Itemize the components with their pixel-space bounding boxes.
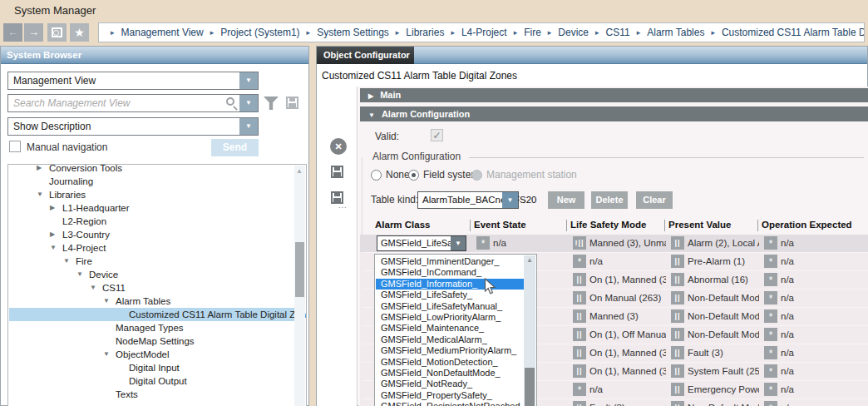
manual-navigation-checkbox[interactable] (9, 141, 21, 152)
collapse-arrow-icon[interactable]: ▼ (90, 281, 96, 295)
cell-present-value[interactable]: Pre-Alarm (1) (688, 253, 759, 270)
expand-arrow-icon[interactable]: ▶ (37, 164, 42, 175)
breadcrumb-item[interactable]: Libraries (406, 27, 444, 38)
tree-item-journaling[interactable]: Journaling (9, 175, 295, 188)
cell-life-safety-mode[interactable]: Fault (3) (589, 399, 666, 406)
dropdown-scrollbar[interactable]: ▲ (524, 255, 535, 406)
dropdown-option[interactable]: GMSField_LifeSafetyManual_ (376, 301, 524, 312)
chevron-down-icon[interactable]: ▼ (239, 118, 258, 135)
alarm-class-combo[interactable]: GMSField_LifeSafe▼ (377, 235, 466, 251)
cell-life-safety-mode[interactable]: Manned (3) (589, 308, 666, 325)
chevron-down-icon[interactable]: ▼ (451, 236, 466, 250)
cell-operation-expected[interactable]: n/a (781, 253, 868, 270)
collapse-arrow-icon[interactable]: ▼ (76, 268, 83, 281)
tree-item-objectmodel[interactable]: ▼ObjectModel (9, 348, 295, 361)
expand-arrow-icon[interactable]: ▶ (50, 228, 55, 241)
collapse-arrow-icon[interactable]: ▼ (103, 348, 110, 361)
cell-life-safety-mode[interactable]: Manned (3), Unma (589, 235, 666, 252)
breadcrumb-item[interactable]: Project (System1) (220, 27, 299, 38)
cell-operation-expected[interactable]: n/a (781, 308, 868, 325)
breadcrumb-item[interactable]: CS11 (606, 27, 630, 38)
cell-operation-expected[interactable]: n/a (781, 399, 868, 406)
cell-event-state[interactable]: n/a (493, 235, 568, 252)
cell-operation-expected[interactable]: n/a (781, 235, 868, 252)
tree-item-l3-country[interactable]: ▶L3-Country (9, 228, 295, 241)
tree-item-fire[interactable]: ▼Fire (9, 255, 295, 268)
column-header-event-state[interactable]: Event State (474, 220, 526, 230)
cell-present-value[interactable]: Non-Default Mode (688, 308, 759, 325)
breadcrumb-item[interactable]: L4-Project (461, 27, 507, 38)
column-header-operation-expected[interactable]: Operation Expected (762, 220, 852, 230)
collapse-arrow-icon[interactable]: ▼ (50, 241, 57, 255)
tree-item-l4-project[interactable]: ▼L4-Project (9, 241, 295, 255)
collapse-arrow-icon[interactable]: ▼ (103, 295, 110, 308)
table-kind-dropdown[interactable]: AlarmTable_BACnet_FS20 ▼ (417, 191, 519, 209)
breadcrumb-item[interactable]: Customized CS11 Alarm Table Digital Zone… (722, 27, 865, 38)
cell-operation-expected[interactable]: n/a (781, 271, 868, 289)
clear-button[interactable]: Clear (636, 191, 673, 209)
dropdown-option[interactable]: GMSField_Maintenance_ (376, 323, 524, 334)
delete-button[interactable]: Delete (591, 191, 628, 209)
breadcrumb-item[interactable]: Management View (121, 27, 204, 38)
history-button[interactable] (47, 23, 67, 42)
cell-present-value[interactable]: Fault (3) (688, 344, 759, 362)
radio-none[interactable] (371, 170, 382, 181)
cell-life-safety-mode[interactable]: n/a (589, 381, 666, 399)
cell-life-safety-mode[interactable]: On (1), Manned (3) (589, 271, 666, 289)
scroll-up-icon[interactable]: ▲ (296, 167, 303, 175)
dropdown-option[interactable]: GMSField_NonDefaultMode_ (376, 368, 524, 379)
dropdown-option[interactable]: GMSField_PropertySafety_ (376, 390, 524, 401)
scroll-up-icon[interactable]: ▲ (526, 256, 533, 264)
breadcrumb-item[interactable]: Alarm Tables (647, 27, 704, 38)
collapse-arrow-icon[interactable]: ▼ (63, 255, 70, 268)
breadcrumb[interactable]: ▸Management View▸Project (System1)▸Syste… (98, 22, 865, 42)
breadcrumb-item[interactable]: System Settings (317, 27, 389, 38)
tree-item-device[interactable]: ▼Device (9, 268, 295, 281)
search-dropdown-button[interactable]: ▼ (239, 95, 258, 111)
scrollbar-thumb[interactable] (525, 368, 535, 406)
section-main[interactable]: ▶Main (360, 88, 868, 102)
scrollbar-thumb[interactable] (295, 242, 304, 297)
chevron-down-icon[interactable]: ▼ (239, 72, 258, 89)
save-button[interactable] (331, 166, 343, 178)
cell-present-value[interactable]: Non-Default Mode (688, 399, 759, 406)
filter-icon[interactable] (264, 97, 279, 110)
tree-item-l1-headquarter[interactable]: ▶L1-Headquarter (9, 201, 295, 215)
tree-item-texts[interactable]: Texts (9, 388, 295, 401)
send-button[interactable]: Send (211, 139, 259, 156)
tree-item-managed-types[interactable]: Managed Types (9, 321, 295, 334)
tree-item-digital-input[interactable]: Digital Input (9, 361, 295, 374)
section-alarm-configuration[interactable]: ▼Alarm Configuration (360, 106, 868, 121)
view-selector-dropdown[interactable]: Management View ▼ (7, 72, 259, 90)
cell-present-value[interactable]: Emergency Power (688, 381, 759, 399)
cell-life-safety-mode[interactable]: On (1), Manned (3) (589, 363, 666, 380)
tree-item-alarm-tables[interactable]: ▼Alarm Tables (9, 295, 295, 308)
tree-item-conversion-tools[interactable]: ▶Conversion Tools (9, 164, 295, 175)
table-row[interactable]: *n/a!||Manned (3), Unma||Alarm (2), Loca… (360, 235, 868, 252)
cell-operation-expected[interactable]: n/a (781, 344, 868, 362)
dropdown-option[interactable]: GMSField_Information_ (376, 279, 524, 290)
expand-arrow-icon[interactable]: ▶ (50, 201, 55, 215)
cell-operation-expected[interactable]: n/a (781, 326, 868, 344)
column-header-alarm-class[interactable]: Alarm Class (375, 220, 430, 230)
dropdown-option[interactable]: GMSField_LifeSafety_ (376, 290, 524, 300)
search-input[interactable] (8, 95, 223, 111)
dropdown-option[interactable]: GMSField_InCommand_ (376, 267, 524, 278)
cell-present-value[interactable]: Non-Default Mode (688, 290, 759, 307)
cell-present-value[interactable]: Abnormal (16) (688, 271, 759, 289)
dropdown-option[interactable]: GMSField_MediumPriorityAlarm_ (376, 345, 524, 356)
cell-life-safety-mode[interactable]: On (1), Off Manual (589, 326, 666, 344)
cell-life-safety-mode[interactable]: n/a (589, 253, 666, 270)
dropdown-option[interactable]: GMSField_ImminentDanger_ (376, 256, 524, 267)
collapse-arrow-icon[interactable]: ▼ (37, 188, 43, 201)
tree-item-cs11[interactable]: ▼CS11 (9, 281, 295, 295)
tab-object-configurator[interactable]: Object Configurator (317, 47, 414, 64)
dropdown-option[interactable]: GMSField_MotionDetection_ (376, 357, 524, 368)
dropdown-option[interactable]: GMSField_NotReady_ (376, 379, 524, 389)
tree-item-nodemap-settings[interactable]: NodeMap Settings (9, 334, 295, 348)
discard-button[interactable]: ✕ (330, 138, 347, 155)
dropdown-option[interactable]: GMSField_RecipientsNotReached_ (376, 401, 524, 406)
cell-operation-expected[interactable]: n/a (781, 290, 868, 307)
dropdown-option[interactable]: GMSField_LowPriorityAlarm_ (376, 312, 524, 323)
favorites-button[interactable]: ★ (70, 23, 89, 42)
